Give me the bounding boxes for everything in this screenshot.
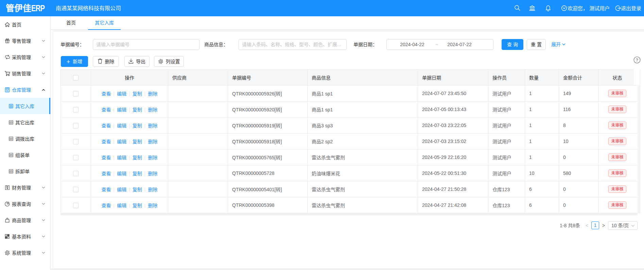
- svg-text:?: ?: [636, 58, 638, 62]
